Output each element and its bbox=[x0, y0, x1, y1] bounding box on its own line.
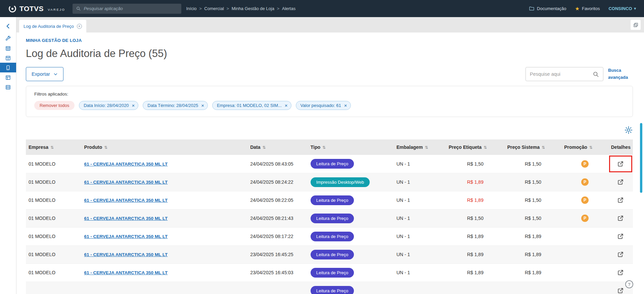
search-icon[interactable] bbox=[593, 71, 599, 77]
section-label: MINHA GESTÃO DE LOJA bbox=[26, 38, 633, 43]
preco-etiqueta-value: R$ 1,89 bbox=[467, 234, 484, 239]
app-search-input[interactable] bbox=[84, 6, 178, 11]
tipo-badge: Leitura de Preço bbox=[311, 286, 354, 294]
sidebar-item-module-1[interactable] bbox=[0, 43, 16, 53]
sort-icon[interactable]: ⇅ bbox=[263, 145, 266, 150]
chip-close-icon[interactable]: × bbox=[344, 103, 347, 108]
details-button[interactable] bbox=[616, 178, 625, 186]
restore-layout-button[interactable] bbox=[631, 20, 641, 30]
preco-sistema-value: R$ 1,89 bbox=[525, 234, 541, 239]
cell-embalagem: UN - 1 bbox=[394, 155, 446, 173]
cell-tipo: Impressão Desktop/Web bbox=[308, 173, 394, 191]
column-settings-button[interactable] bbox=[624, 126, 633, 135]
breadcrumb-item[interactable]: Comercial bbox=[204, 6, 224, 11]
column-header-produto[interactable]: Produto⇅ bbox=[82, 139, 248, 155]
sort-icon[interactable]: ⇅ bbox=[322, 145, 326, 150]
user-menu[interactable]: CONSINCO ▾ bbox=[608, 6, 636, 11]
chip-close-icon[interactable]: × bbox=[201, 103, 204, 108]
cell-promocao: P bbox=[561, 173, 608, 191]
product-link[interactable]: 61 - CERVEJA ANTARCTICA 350 ML LT bbox=[84, 216, 168, 221]
column-header-detalhes: Detalhes bbox=[608, 139, 633, 155]
product-link[interactable]: 61 - CERVEJA ANTARCTICA 350 ML LT bbox=[84, 198, 168, 203]
sidebar-item-module-2[interactable] bbox=[0, 53, 16, 63]
sort-icon[interactable]: ⇅ bbox=[425, 145, 428, 150]
column-header-preco-etiqueta[interactable]: Preço Etiqueta⇅ bbox=[446, 139, 505, 155]
column-header-preco-sistema[interactable]: Preço Sistema⇅ bbox=[505, 139, 562, 155]
details-button[interactable] bbox=[616, 250, 625, 259]
chip-close-icon[interactable]: × bbox=[132, 103, 135, 108]
cell-embalagem: UN - 1 bbox=[394, 227, 446, 245]
cell-preco-etiqueta: R$ 1,50 bbox=[446, 155, 505, 173]
column-header-data[interactable]: Data⇅ bbox=[247, 139, 308, 155]
cell-empresa: 01 MODELO bbox=[26, 209, 82, 227]
cell-tipo: Leitura de Preço bbox=[308, 191, 394, 209]
sidebar-item-module-4[interactable] bbox=[0, 82, 16, 92]
details-button[interactable] bbox=[616, 268, 625, 277]
column-header-empresa[interactable]: Empresa⇅ bbox=[26, 139, 82, 155]
documentation-label: Documentação bbox=[537, 6, 566, 11]
cell-produto: 61 - CERVEJA ANTARCTICA 350 ML LT bbox=[82, 209, 248, 227]
table-search-input[interactable] bbox=[530, 71, 590, 77]
filter-chip-label: Valor pesquisado: 61 bbox=[301, 103, 341, 108]
chevron-left-icon bbox=[5, 23, 11, 30]
product-link[interactable]: 61 - CERVEJA ANTARCTICA 350 ML LT bbox=[84, 180, 168, 185]
details-button[interactable] bbox=[616, 196, 625, 204]
cell-empresa: 01 MODELO bbox=[26, 227, 82, 245]
sidebar-item-module-3[interactable] bbox=[0, 72, 16, 82]
documentation-link[interactable]: Documentação bbox=[529, 6, 566, 11]
table-header-row: Empresa⇅Produto⇅Data⇅Tipo⇅Embalagem⇅Preç… bbox=[26, 139, 633, 155]
product-link[interactable]: 61 - CERVEJA ANTARCTICA 350 ML LT bbox=[84, 252, 168, 257]
product-link[interactable]: 61 - CERVEJA ANTARCTICA 350 ML LT bbox=[84, 234, 168, 239]
sort-icon[interactable]: ⇅ bbox=[50, 145, 54, 150]
promo-icon: P bbox=[581, 215, 589, 222]
breadcrumb-item[interactable]: Alertas bbox=[282, 6, 295, 11]
cell-detalhes bbox=[608, 227, 633, 245]
export-button[interactable]: Exportar bbox=[26, 67, 63, 81]
details-button[interactable] bbox=[616, 214, 625, 223]
scrollbar-thumb[interactable] bbox=[640, 123, 642, 193]
details-button[interactable] bbox=[616, 232, 625, 241]
preco-etiqueta-value: R$ 1,89 bbox=[467, 270, 484, 275]
tab-close-icon[interactable]: × bbox=[77, 24, 82, 29]
preco-etiqueta-value: R$ 1,50 bbox=[467, 161, 484, 167]
details-button[interactable] bbox=[616, 160, 625, 168]
chip-close-icon[interactable]: × bbox=[285, 103, 288, 108]
preco-etiqueta-value: R$ 1,89 bbox=[467, 179, 484, 185]
sort-icon[interactable]: ⇅ bbox=[104, 145, 107, 150]
breadcrumb-item[interactable]: Início bbox=[186, 6, 196, 11]
sidebar-item-tools[interactable] bbox=[0, 34, 16, 43]
details-button[interactable] bbox=[616, 286, 625, 294]
favorites-link[interactable]: ★ Favoritos bbox=[575, 6, 600, 11]
preco-sistema-value: R$ 1,50 bbox=[525, 197, 541, 203]
search-group: Busca avançada bbox=[525, 67, 633, 81]
sidebar-collapse-button[interactable] bbox=[0, 21, 16, 31]
breadcrumb-item[interactable]: Minha Gestão de Loja bbox=[232, 6, 274, 11]
sort-icon[interactable]: ⇅ bbox=[589, 145, 593, 150]
tipo-badge: Impressão Desktop/Web bbox=[311, 177, 370, 187]
cell-empresa: 01 MODELO bbox=[26, 263, 82, 282]
column-header-promocao[interactable]: Promoção⇅ bbox=[561, 139, 608, 155]
preco-etiqueta-value: R$ 1,89 bbox=[467, 252, 484, 257]
product-link[interactable]: 61 - CERVEJA ANTARCTICA 350 ML LT bbox=[84, 270, 168, 275]
table-icon bbox=[5, 55, 11, 61]
cell-embalagem bbox=[394, 282, 446, 294]
column-header-tipo[interactable]: Tipo⇅ bbox=[308, 139, 394, 155]
brand-name: TOTVS bbox=[19, 5, 44, 13]
column-header-label: Detalhes bbox=[611, 144, 631, 150]
cell-tipo: Leitura de Preço bbox=[308, 227, 394, 245]
column-header-embalagem[interactable]: Embalagem⇅ bbox=[394, 139, 446, 155]
product-link[interactable]: 61 - CERVEJA ANTARCTICA 350 ML LT bbox=[84, 162, 168, 167]
filter-chip: Empresa: 01 MODELO, 02 SIM...× bbox=[212, 101, 291, 110]
sort-icon[interactable]: ⇅ bbox=[484, 145, 487, 150]
help-button[interactable]: ? bbox=[625, 280, 633, 288]
sidebar-item-active-module[interactable] bbox=[0, 63, 16, 72]
cell-embalagem: UN - 1 bbox=[394, 173, 446, 191]
remove-all-filters-button[interactable]: Remover todos bbox=[34, 101, 75, 110]
sort-icon[interactable]: ⇅ bbox=[542, 145, 545, 150]
cell-embalagem: UN - 1 bbox=[394, 209, 446, 227]
tab-log-auditoria[interactable]: Log de Auditoria de Preço × bbox=[19, 20, 86, 33]
app-search bbox=[73, 4, 181, 14]
advanced-search-link[interactable]: Busca avançada bbox=[608, 67, 633, 81]
user-name: CONSINCO bbox=[608, 6, 632, 11]
brand[interactable]: TOTVS VAREJO bbox=[8, 4, 65, 13]
